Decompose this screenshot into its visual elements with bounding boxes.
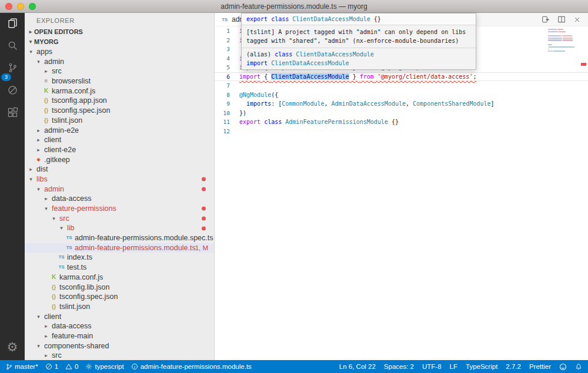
chevron-down-icon: ▾ <box>50 214 58 224</box>
hover-popup: export class ClientDataAccessModule {} [… <box>241 13 476 70</box>
editor-body[interactable]: 1import { NgModule } from '@angular/core… <box>215 26 588 360</box>
status-ts-version[interactable]: 2.7.2 <box>506 363 521 370</box>
close-editor-icon[interactable] <box>573 16 581 23</box>
status-eol[interactable]: LF <box>450 363 457 370</box>
tree-item-feature-main[interactable]: ▸feature-main <box>25 331 214 341</box>
chevron-down-icon: ▾ <box>27 37 34 47</box>
tree-item-label: client-e2e <box>42 145 76 155</box>
tree-item-data-access[interactable]: ▸data-access <box>25 321 214 331</box>
hover-signature: export class ClientDataAccessModule {} <box>242 14 476 25</box>
code-token: ; <box>473 73 476 80</box>
status-encoding[interactable]: UTF-8 <box>422 363 442 370</box>
tree-item-client[interactable]: ▾client <box>25 312 214 322</box>
tree-item-lib[interactable]: ▾lib <box>25 223 214 233</box>
activity-explorer-button[interactable] <box>0 13 25 35</box>
code-line-9[interactable]: 9 imports: [CommonModule, AdminDataAcces… <box>215 99 588 109</box>
activity-source-control-button[interactable]: 3 <box>0 58 25 80</box>
tree-item-tsconfig.app.json[interactable]: {}tsconfig.app.json <box>25 96 214 106</box>
tree-item-client[interactable]: ▸client <box>25 135 214 145</box>
activity-debug-button[interactable] <box>0 80 25 102</box>
tree-item-src[interactable]: ▸src <box>25 351 214 360</box>
git-file-icon: ◆ <box>35 155 42 165</box>
open-changes-icon[interactable] <box>542 15 550 23</box>
code-line-6[interactable]: 6import { ClientDataAccessModule } from … <box>215 72 588 82</box>
code-token: CommonModule <box>282 100 324 107</box>
tree-item-libs[interactable]: ▾libs <box>25 174 214 184</box>
project-section[interactable]: ▾ MYORG <box>25 37 214 47</box>
status-language-mode[interactable]: TypeScript <box>466 363 497 370</box>
tree-item-tslint.json[interactable]: {}tslint.json <box>25 116 214 126</box>
activity-search-button[interactable] <box>0 35 25 58</box>
code-line-10[interactable]: 10}) <box>215 109 588 118</box>
status-tslint-status[interactable]: typescript <box>85 363 123 370</box>
tree-item-admin-feature-permissions.module.spec.ts[interactable]: TSadmin-feature-permissions.module.spec.… <box>25 233 214 243</box>
tree-item-apps[interactable]: ▾apps <box>25 47 214 57</box>
chevron-right-icon: ▸ <box>42 331 50 341</box>
status-notifications[interactable] <box>575 363 582 371</box>
tree-item-src[interactable]: ▾src <box>25 214 214 224</box>
code-line-8[interactable]: 8@NgModule({ <box>215 90 588 100</box>
tree-item-.gitkeep[interactable]: ◆.gitkeep <box>25 155 214 165</box>
status-git-branch[interactable]: master* <box>6 363 38 371</box>
editor-group: TS admin-feature-permissions.module.ts 1… <box>215 13 588 360</box>
tree-item-tslint.json[interactable]: {}tslint.json <box>25 302 214 312</box>
line-number: 8 <box>215 90 239 100</box>
status-cursor-position[interactable]: Ln 6, Col 22 <box>339 363 376 370</box>
tree-item-data-access[interactable]: ▸data-access <box>25 194 214 204</box>
status-label: 1 <box>55 363 58 370</box>
settings-gear-icon[interactable]: ⚙ <box>7 340 18 354</box>
code-token: } <box>349 73 360 80</box>
minimap[interactable] <box>548 29 580 55</box>
tree-item-admin-feature-permissions.module.ts[interactable]: TSadmin-feature-permissions.module.ts1, … <box>25 243 214 253</box>
minimap-token <box>563 39 573 41</box>
tree-item-label: admin-e2e <box>42 126 79 136</box>
close-window-button[interactable] <box>5 3 12 10</box>
tree-item-tsconfig.lib.json[interactable]: {}tsconfig.lib.json <box>25 283 214 293</box>
minimap-token <box>566 46 574 48</box>
tree-item-browserslist[interactable]: ≡browserslist <box>25 76 214 86</box>
code-token: (alias) <box>246 51 275 58</box>
tree-item-tsconfig.spec.json[interactable]: {}tsconfig.spec.json <box>25 292 214 302</box>
tree-item-karma.conf.js[interactable]: Kkarma.conf.js <box>25 86 214 96</box>
status-indentation[interactable]: Spaces: 2 <box>384 363 414 370</box>
tree-item-components-shared[interactable]: ▾components-shared <box>25 341 214 351</box>
tree-item-admin[interactable]: ▾admin <box>25 184 214 194</box>
search-icon <box>6 39 19 54</box>
activity-extensions-button[interactable] <box>0 102 25 125</box>
code-line-11[interactable]: 11export class AdminFeaturePermissionsMo… <box>215 117 588 127</box>
code-line-7[interactable]: 7 <box>215 81 588 90</box>
chevron-right-icon: ▸ <box>35 135 42 145</box>
code-token: '@myorg/client/data-access' <box>377 73 473 80</box>
line-number: 4 <box>215 54 239 63</box>
tree-item-tsconfig.spec.json[interactable]: {}tsconfig.spec.json <box>25 106 214 116</box>
code-token: import <box>246 60 271 66</box>
tree-item-admin-e2e[interactable]: ▸admin-e2e <box>25 126 214 136</box>
split-editor-icon[interactable] <box>557 15 566 23</box>
hover-alias: (alias) class ClientDataAccessModuleimpo… <box>242 48 476 69</box>
tree-item-index.ts[interactable]: TSindex.ts <box>25 253 214 263</box>
minimize-window-button[interactable] <box>17 3 24 10</box>
tree-item-karma.conf.js[interactable]: Kkarma.conf.js <box>25 273 214 283</box>
tree-item-feature-permissions[interactable]: ▾feature-permissions <box>25 204 214 214</box>
tree-item-admin[interactable]: ▾admin <box>25 57 214 67</box>
status-formatter[interactable]: Prettier <box>529 363 551 370</box>
code-text: @NgModule({ <box>239 90 278 100</box>
status-active-file-info[interactable]: admin-feature-permissions.module.ts <box>131 363 252 370</box>
tree-item-dist[interactable]: ▸dist <box>25 164 214 174</box>
status-warnings[interactable]: 0 <box>65 363 78 370</box>
error-squiggle: import { ClientDataAccessModule } from '… <box>239 73 476 80</box>
json-file-icon: {} <box>50 302 58 312</box>
zoom-window-button[interactable] <box>29 3 36 10</box>
minimap-token <box>563 29 563 30</box>
ts-file-icon: TS <box>220 17 229 22</box>
tree-item-src[interactable]: ▸src <box>25 66 214 76</box>
code-line-12[interactable]: 12 <box>215 127 588 136</box>
open-editors-section[interactable]: ▸ OPEN EDITORS <box>25 27 214 37</box>
problems-badge: 1, M <box>195 243 208 253</box>
status-errors[interactable]: 1 <box>45 363 58 370</box>
tree-item-label: src <box>50 351 62 360</box>
json-file-icon: {} <box>42 96 50 106</box>
tree-item-test.ts[interactable]: TStest.ts <box>25 263 214 273</box>
tree-item-client-e2e[interactable]: ▸client-e2e <box>25 145 214 155</box>
status-feedback[interactable] <box>559 363 567 371</box>
